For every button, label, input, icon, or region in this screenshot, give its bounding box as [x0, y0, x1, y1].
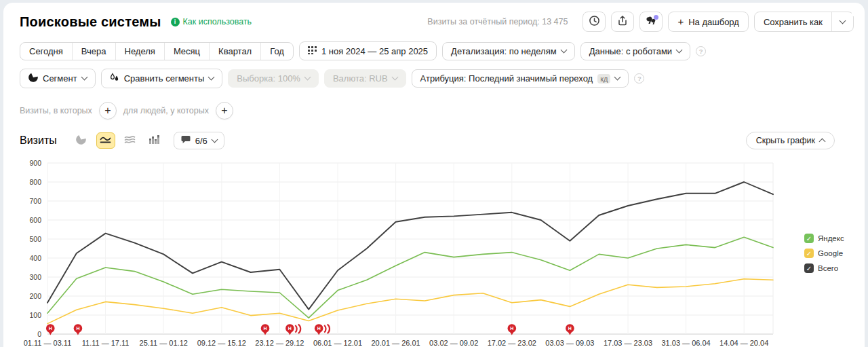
- compare-segments-button[interactable]: Сравнить сегменты: [101, 69, 223, 88]
- export-button[interactable]: [611, 12, 634, 32]
- chevron-down-icon: [208, 74, 215, 81]
- plus-icon: +: [677, 16, 684, 26]
- pie-segment-icon: [28, 73, 38, 84]
- annotations-button[interactable]: 6/6: [174, 132, 224, 149]
- svg-text:0: 0: [37, 330, 41, 338]
- metric-row: Визиты 6/6: [20, 132, 854, 149]
- add-to-dashboard-button[interactable]: + На дашборд: [668, 12, 748, 32]
- add-visits-filter-button[interactable]: +: [99, 102, 117, 120]
- svg-text:Н: Н: [288, 326, 292, 331]
- line-chart-icon: [100, 134, 111, 147]
- visits-summary-value: 13 475: [542, 17, 568, 26]
- add-people-filter-button[interactable]: +: [216, 102, 233, 120]
- svg-text:25.11 — 01.12: 25.11 — 01.12: [140, 339, 188, 347]
- chevron-down-icon: [211, 136, 218, 143]
- dashboard-button-label: На дашборд: [688, 17, 739, 27]
- svg-text:17.02 — 23.02: 17.02 — 23.02: [488, 339, 536, 347]
- visits-chart: 010020030040050060070080090001.11 — 03.1…: [3, 158, 865, 347]
- columns-chart-type-button[interactable]: [145, 132, 164, 149]
- speech-bubble-icon: [181, 135, 191, 146]
- chevron-down-icon: [304, 74, 311, 81]
- period-row: СегодняВчераНеделяМесяцКварталГод 1 ноя …: [20, 41, 865, 60]
- stacked-area-icon: [124, 134, 136, 147]
- detalization-button[interactable]: Детализация: по неделям: [442, 42, 575, 60]
- segment-row: Сегмент Сравнить сегменты Выборка: 100% …: [20, 69, 865, 88]
- page-title: Поисковые системы: [20, 14, 161, 30]
- chevron-down-icon: [81, 74, 87, 81]
- header: Поисковые системы i Как использовать Виз…: [3, 3, 865, 32]
- ai-assistant-button[interactable]: [639, 12, 663, 32]
- visits-summary: Визиты за отчётный период: 13 475: [427, 17, 568, 26]
- visits-summary-label: Визиты за отчётный период:: [427, 17, 539, 26]
- period-tab-год[interactable]: Год: [260, 43, 293, 60]
- stacked-area-type-button[interactable]: [121, 132, 140, 149]
- data-robots-button[interactable]: Данные: с роботами: [580, 42, 690, 60]
- svg-text:Н: Н: [510, 326, 513, 331]
- svg-text:500: 500: [29, 235, 41, 243]
- line-chart-canvas[interactable]: 010020030040050060070080090001.11 — 03.1…: [3, 158, 865, 347]
- how-to-use-link[interactable]: i Как использовать: [171, 17, 252, 26]
- date-range-button[interactable]: 1 ноя 2024 — 25 апр 2025: [299, 41, 437, 60]
- svg-text:14.04 — 20.04: 14.04 — 20.04: [719, 339, 768, 347]
- pie-chart-icon: [76, 134, 86, 147]
- line-chart-type-button[interactable]: [96, 132, 115, 149]
- attribution-label: Атрибуция: Последний значимый переход: [420, 73, 593, 84]
- legend-checkbox-icon[interactable]: ✓: [804, 263, 814, 273]
- svg-text:17.03 — 23.03: 17.03 — 23.03: [604, 339, 652, 347]
- drops-icon: [110, 73, 119, 84]
- svg-text:Н: Н: [49, 326, 52, 331]
- info-circle-icon: i: [171, 18, 180, 26]
- svg-text:800: 800: [29, 178, 41, 186]
- period-tab-месяц[interactable]: Месяц: [164, 43, 209, 60]
- period-tab-сегодня[interactable]: Сегодня: [20, 43, 72, 60]
- svg-text:31.03 — 06.04: 31.03 — 06.04: [662, 339, 711, 347]
- chevron-up-icon: [819, 139, 826, 145]
- annotations-count: 6/6: [195, 136, 208, 146]
- legend-label: Яндекс: [818, 234, 844, 242]
- svg-text:600: 600: [29, 216, 41, 224]
- svg-text:100: 100: [29, 311, 41, 319]
- svg-text:11.11 — 17.11: 11.11 — 17.11: [82, 339, 130, 347]
- svg-text:700: 700: [29, 197, 41, 205]
- svg-text:23.12 — 29.12: 23.12 — 29.12: [255, 339, 304, 347]
- sampling-button: Выборка: 100%: [228, 69, 319, 88]
- svg-text:03.03 — 09.03: 03.03 — 09.03: [545, 339, 594, 347]
- compare-segments-label: Сравнить сегменты: [124, 73, 205, 84]
- save-as-split-button: Сохранить как: [754, 12, 854, 32]
- legend-checkbox-icon[interactable]: ✓: [804, 234, 814, 243]
- legend-item-google[interactable]: ✓Google: [804, 249, 844, 258]
- history-button[interactable]: [583, 12, 606, 32]
- metric-title: Визиты: [20, 134, 57, 147]
- legend-checkbox-icon[interactable]: ✓: [804, 249, 814, 258]
- chevron-down-icon: [676, 46, 683, 53]
- ai-notification-dot: [654, 15, 658, 20]
- save-as-menu-button[interactable]: [831, 12, 853, 31]
- period-quick-tabs: СегодняВчераНеделяМесяцКварталГод: [20, 42, 294, 60]
- save-as-button[interactable]: Сохранить как: [755, 12, 831, 31]
- attribution-button[interactable]: Атрибуция: Последний значимый переход кд: [412, 69, 629, 88]
- period-tab-неделя[interactable]: Неделя: [115, 43, 164, 60]
- hide-chart-button[interactable]: Скрыть график: [746, 132, 835, 149]
- chevron-down-icon: [391, 74, 398, 81]
- svg-text:400: 400: [29, 254, 41, 262]
- segment-label: Сегмент: [43, 73, 77, 84]
- help-question-icon[interactable]: ?: [634, 73, 644, 84]
- chevron-down-icon: [614, 74, 621, 81]
- legend-item-всего[interactable]: ✓Всего: [804, 263, 844, 273]
- segment-button[interactable]: Сегмент: [20, 69, 96, 88]
- pie-chart-type-button[interactable]: [72, 132, 91, 149]
- svg-text:Н: Н: [263, 326, 267, 331]
- chevron-down-icon: [560, 46, 567, 53]
- chart-legend: ✓Яндекс✓Google✓Всего: [804, 234, 844, 273]
- sampling-label: Выборка: 100%: [237, 73, 300, 84]
- period-tab-квартал[interactable]: Квартал: [209, 43, 260, 60]
- report-page: Поисковые системы i Как использовать Виз…: [3, 3, 865, 347]
- period-tab-вчера[interactable]: Вчера: [72, 43, 115, 60]
- currency-button: Валюта: RUB: [324, 69, 406, 88]
- filter-row: Визиты, в которых + для людей, у которых…: [20, 102, 865, 120]
- export-icon: [617, 15, 628, 29]
- currency-label: Валюта: RUB: [333, 73, 388, 84]
- legend-item-яндекс[interactable]: ✓Яндекс: [804, 234, 844, 243]
- chevron-down-icon: [840, 17, 846, 24]
- help-question-icon[interactable]: ?: [696, 46, 706, 56]
